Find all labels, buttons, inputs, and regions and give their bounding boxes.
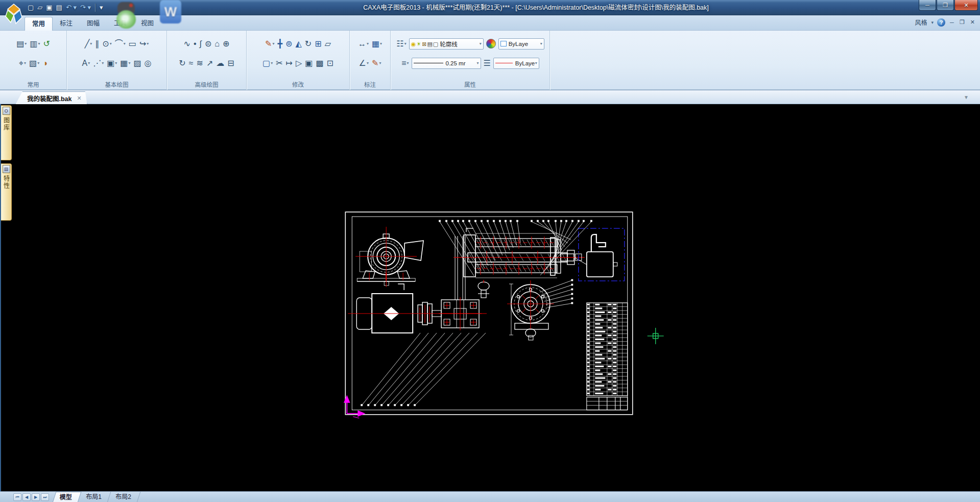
ribbon-tab-图幅[interactable]: 图幅	[80, 17, 107, 31]
color-wheel-icon[interactable]	[486, 39, 496, 49]
linewidth-icon[interactable]: ≡▾	[400, 57, 410, 70]
zoom-icon[interactable]: ⌖▾	[17, 57, 28, 70]
shift-icon[interactable]: ▣	[303, 57, 314, 70]
sheet-nav-1[interactable]: ◀	[22, 493, 31, 501]
new-file-icon[interactable]: ▢	[27, 3, 35, 13]
point-dot-icon[interactable]: •	[192, 37, 198, 51]
bolt-circle-icon[interactable]: ⊕	[221, 37, 231, 51]
doc-close-icon[interactable]: ✕	[969, 19, 976, 26]
doc-restore-icon[interactable]: ❐	[959, 19, 966, 26]
window-title: CAXA电子图板2013 - 机械版***试用期(还剩21天)*** - [C:…	[204, 0, 868, 15]
close-button[interactable]: ✕	[954, 0, 978, 11]
break-line-icon[interactable]: ≋	[195, 57, 204, 70]
open-file-icon[interactable]: ▱	[36, 3, 43, 13]
main-area: ⛭ 图库 ▤ 特性	[0, 104, 980, 491]
ui-palette-icon[interactable]: ◑	[41, 57, 49, 70]
mirror-icon[interactable]: ◭	[294, 37, 303, 51]
layer-select[interactable]: ◉☀⊠▤▢ 轮廓线 ▾	[409, 38, 484, 50]
circle-icon[interactable]: ⊙▾	[101, 37, 113, 51]
flange-view	[509, 284, 550, 340]
coordinate-dim-icon[interactable]: ∠▾	[357, 57, 370, 70]
ellipse-icon[interactable]: ⊜	[203, 37, 213, 51]
rectangle-icon[interactable]: ▭	[127, 37, 138, 51]
scale-icon[interactable]: ▱	[323, 37, 332, 51]
ribbon-tab-标注[interactable]: 标注	[53, 17, 80, 31]
sheet-tab-模型[interactable]: 模型	[53, 492, 82, 502]
block-edit-icon[interactable]: ▩	[314, 57, 325, 70]
image-icon[interactable]: ▦▾	[118, 57, 132, 70]
maximize-button[interactable]: ❐	[937, 0, 954, 11]
save-file-icon[interactable]: ▣	[45, 3, 53, 13]
style-menu-arrow[interactable]: ▾	[931, 20, 934, 25]
group-label-modify: 修改	[247, 80, 349, 88]
sheet-tab-布局2[interactable]: 布局2	[108, 492, 140, 502]
hatch-icon[interactable]: ▨	[132, 57, 142, 70]
color-select[interactable]: ByLaye ▾	[498, 38, 544, 50]
customize-qat-icon[interactable]: ▾	[99, 3, 104, 13]
cad-drawing	[12, 104, 980, 491]
block-icon[interactable]: ▣▾	[105, 57, 118, 70]
sheet-nav-0[interactable]: ⏮	[13, 493, 21, 501]
hole-axis-icon[interactable]: ⊟	[226, 57, 235, 70]
pick-box-icon[interactable]: ▢▾	[261, 57, 274, 70]
format-brush-icon[interactable]: ▧▾	[28, 57, 41, 70]
wave-line-icon[interactable]: ≈	[187, 57, 195, 70]
sheet-nav-2[interactable]: ▶	[32, 493, 40, 501]
corner-icon[interactable]: ⊡	[325, 57, 335, 70]
arc-icon[interactable]: ⌒▾	[113, 37, 127, 51]
document-tab-close-icon[interactable]: ✕	[77, 95, 82, 102]
sheet-nav-3[interactable]: ⏭	[41, 493, 49, 501]
trim-icon[interactable]: ✂	[274, 57, 284, 70]
ribbon: ▤▾▥▾↺⌖▾▧▾◑ 常用 ╱▾∥⊙▾⌒▾▭↪▾A▾⋰▾▣▾▦▾▨◎ 基本绘图 …	[0, 31, 980, 90]
group-label-dimension: 标注	[350, 80, 390, 88]
document-tab[interactable]: 我的装配图.bak ✕	[15, 91, 87, 105]
text-icon[interactable]: A▾	[80, 57, 91, 70]
help-icon[interactable]: ?	[937, 18, 945, 27]
extend-icon[interactable]: ↦	[284, 57, 294, 70]
polyline-icon[interactable]: ↪▾	[138, 37, 150, 51]
polygon-icon[interactable]: ⌂	[213, 37, 221, 51]
ribbon-tab-视图[interactable]: 视图	[134, 17, 161, 31]
undo-icon[interactable]: ↶ ▾	[65, 3, 78, 13]
ribbon-tab-常用[interactable]: 常用	[25, 17, 53, 31]
linetype-select[interactable]: ByLaye ▾	[493, 58, 539, 69]
arrow-icon[interactable]: ↗	[205, 57, 214, 70]
copy-icon[interactable]: ▥▾	[28, 37, 41, 51]
point-icon[interactable]: ⋰▾	[91, 57, 105, 70]
drawing-canvas[interactable]	[12, 104, 980, 491]
redo-icon[interactable]: ↷ ▾	[79, 3, 92, 13]
parallel-line-icon[interactable]: ∥	[93, 37, 101, 51]
dimension-icon[interactable]: ↔▾	[356, 37, 370, 51]
annotation-edit-icon[interactable]: ✎▾	[370, 57, 383, 70]
line-icon[interactable]: ╱▾	[83, 37, 94, 51]
offset-copy-icon[interactable]: ⊚	[284, 37, 294, 51]
rotate-icon[interactable]: ↻	[303, 37, 313, 51]
style-menu[interactable]: 风格	[915, 18, 927, 27]
revolve-icon[interactable]: ↻	[177, 57, 187, 70]
layer-tool-icon[interactable]: ☷▾	[395, 37, 408, 51]
print-icon[interactable]: ▤	[55, 3, 63, 13]
doc-minimize-icon[interactable]: ─	[949, 19, 955, 26]
sheet-tab-布局1[interactable]: 布局1	[79, 492, 111, 502]
cloud-line-icon[interactable]: ☁	[214, 57, 226, 70]
sidebar-tab-properties[interactable]: ▤ 特性	[1, 163, 12, 221]
paste-icon[interactable]: ▤▾	[15, 37, 28, 51]
erase-icon[interactable]: ✎▾	[264, 37, 276, 51]
ribbon-group-basic-draw: ╱▾∥⊙▾⌒▾▭↪▾A▾⋰▾▣▾▦▾▨◎ 基本绘图	[67, 31, 167, 90]
minimize-button[interactable]: ─	[919, 0, 936, 11]
sidebar-tab-library[interactable]: ⛭ 图库	[1, 105, 12, 160]
stretch-icon[interactable]: ▷	[294, 57, 303, 70]
spline-icon[interactable]: ∿	[182, 37, 192, 51]
move-icon[interactable]: ╋	[276, 37, 284, 51]
formula-curve-icon[interactable]: ∫	[198, 37, 203, 51]
array-icon[interactable]: ⊞	[313, 37, 323, 51]
section-icon[interactable]: ◎	[143, 57, 153, 70]
tab-overflow-arrow-icon[interactable]: ▼	[964, 94, 969, 100]
linewidth-value: 0.25 mr	[446, 60, 466, 66]
linewidth-select[interactable]: 0.25 mr ▾	[412, 58, 481, 69]
title-block	[587, 397, 628, 410]
linetype-icon[interactable]: ☰	[482, 57, 492, 70]
ole-refresh-icon[interactable]: ↺	[41, 37, 51, 51]
smart-dimension-icon[interactable]: ▦▾	[370, 37, 384, 51]
background-browser-icon	[116, 2, 137, 29]
